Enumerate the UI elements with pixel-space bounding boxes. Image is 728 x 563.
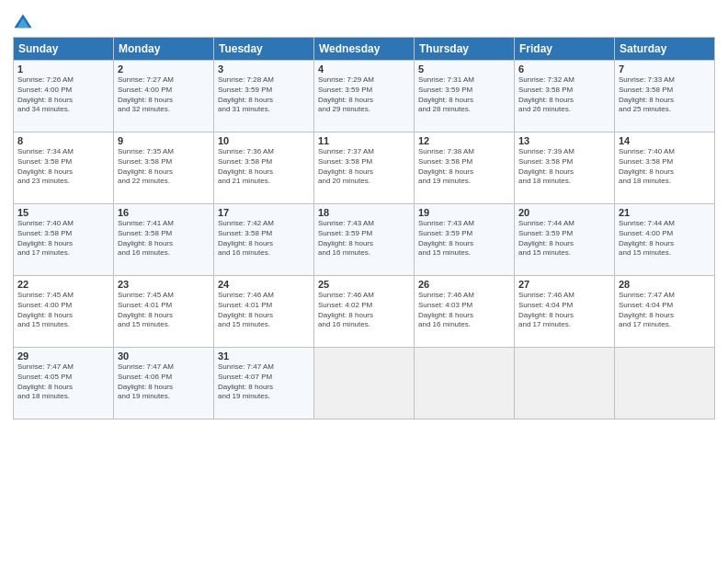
day-info: Sunrise: 7:34 AM Sunset: 3:58 PM Dayligh… bbox=[17, 147, 109, 187]
day-number: 29 bbox=[17, 350, 109, 362]
day-info: Sunrise: 7:46 AM Sunset: 4:04 PM Dayligh… bbox=[518, 291, 610, 330]
day-info: Sunrise: 7:28 AM Sunset: 3:59 PM Dayligh… bbox=[218, 75, 310, 115]
day-number: 16 bbox=[118, 207, 210, 218]
day-cell: 10Sunrise: 7:36 AM Sunset: 3:58 PM Dayli… bbox=[214, 132, 314, 204]
day-cell: 19Sunrise: 7:43 AM Sunset: 3:59 PM Dayli… bbox=[415, 204, 515, 276]
day-info: Sunrise: 7:39 AM Sunset: 3:58 PM Dayligh… bbox=[518, 147, 610, 187]
day-cell: 9Sunrise: 7:35 AM Sunset: 3:58 PM Daylig… bbox=[114, 132, 214, 204]
day-number: 11 bbox=[318, 135, 410, 146]
day-number: 30 bbox=[118, 350, 210, 362]
day-number: 22 bbox=[17, 279, 109, 290]
day-info: Sunrise: 7:47 AM Sunset: 4:04 PM Dayligh… bbox=[619, 291, 711, 330]
day-info: Sunrise: 7:41 AM Sunset: 3:58 PM Dayligh… bbox=[118, 219, 210, 259]
day-number: 3 bbox=[218, 63, 310, 75]
day-info: Sunrise: 7:46 AM Sunset: 4:02 PM Dayligh… bbox=[318, 291, 410, 330]
day-number: 21 bbox=[619, 207, 711, 218]
day-number: 19 bbox=[418, 207, 510, 218]
day-number: 13 bbox=[518, 135, 610, 146]
day-info: Sunrise: 7:31 AM Sunset: 3:59 PM Dayligh… bbox=[418, 75, 510, 115]
day-cell: 8Sunrise: 7:34 AM Sunset: 3:58 PM Daylig… bbox=[14, 132, 114, 204]
weekday-header-sunday: Sunday bbox=[14, 38, 114, 61]
day-number: 24 bbox=[218, 279, 310, 290]
day-info: Sunrise: 7:45 AM Sunset: 4:01 PM Dayligh… bbox=[118, 291, 210, 330]
calendar-container: SundayMondayTuesdayWednesdayThursdayFrid… bbox=[0, 0, 728, 427]
day-info: Sunrise: 7:40 AM Sunset: 3:58 PM Dayligh… bbox=[17, 219, 109, 259]
day-info: Sunrise: 7:40 AM Sunset: 3:58 PM Dayligh… bbox=[619, 147, 711, 187]
weekday-header-saturday: Saturday bbox=[615, 38, 715, 61]
day-cell: 22Sunrise: 7:45 AM Sunset: 4:00 PM Dayli… bbox=[14, 276, 114, 348]
day-info: Sunrise: 7:45 AM Sunset: 4:00 PM Dayligh… bbox=[17, 291, 109, 330]
day-info: Sunrise: 7:33 AM Sunset: 3:58 PM Dayligh… bbox=[619, 75, 711, 115]
day-number: 8 bbox=[17, 135, 109, 146]
day-cell: 2Sunrise: 7:27 AM Sunset: 4:00 PM Daylig… bbox=[114, 61, 214, 132]
day-number: 23 bbox=[118, 279, 210, 290]
weekday-header-tuesday: Tuesday bbox=[214, 38, 314, 61]
day-cell: 20Sunrise: 7:44 AM Sunset: 3:59 PM Dayli… bbox=[515, 204, 615, 276]
day-info: Sunrise: 7:32 AM Sunset: 3:58 PM Dayligh… bbox=[518, 75, 610, 115]
logo bbox=[13, 13, 36, 33]
day-cell: 6Sunrise: 7:32 AM Sunset: 3:58 PM Daylig… bbox=[515, 61, 615, 132]
day-number: 5 bbox=[418, 63, 510, 75]
day-cell: 27Sunrise: 7:46 AM Sunset: 4:04 PM Dayli… bbox=[515, 276, 615, 348]
day-info: Sunrise: 7:35 AM Sunset: 3:58 PM Dayligh… bbox=[118, 147, 210, 187]
day-cell: 17Sunrise: 7:42 AM Sunset: 3:58 PM Dayli… bbox=[214, 204, 314, 276]
day-cell: 16Sunrise: 7:41 AM Sunset: 3:58 PM Dayli… bbox=[114, 204, 214, 276]
header-row bbox=[13, 9, 715, 33]
day-info: Sunrise: 7:46 AM Sunset: 4:01 PM Dayligh… bbox=[218, 291, 310, 330]
day-number: 1 bbox=[17, 63, 109, 75]
day-info: Sunrise: 7:44 AM Sunset: 3:59 PM Dayligh… bbox=[518, 219, 610, 259]
day-info: Sunrise: 7:37 AM Sunset: 3:58 PM Dayligh… bbox=[318, 147, 410, 187]
day-number: 4 bbox=[318, 63, 410, 75]
logo-icon bbox=[13, 13, 33, 33]
day-number: 2 bbox=[118, 63, 210, 75]
day-number: 15 bbox=[17, 207, 109, 218]
day-number: 14 bbox=[619, 135, 711, 146]
day-info: Sunrise: 7:46 AM Sunset: 4:03 PM Dayligh… bbox=[418, 291, 510, 330]
week-row-5: 29Sunrise: 7:47 AM Sunset: 4:05 PM Dayli… bbox=[14, 348, 715, 419]
weekday-header-wednesday: Wednesday bbox=[314, 38, 415, 61]
weekday-header-row: SundayMondayTuesdayWednesdayThursdayFrid… bbox=[14, 38, 715, 61]
day-cell: 31Sunrise: 7:47 AM Sunset: 4:07 PM Dayli… bbox=[214, 348, 314, 419]
day-cell: 7Sunrise: 7:33 AM Sunset: 3:58 PM Daylig… bbox=[615, 61, 715, 132]
day-number: 18 bbox=[318, 207, 410, 218]
day-cell: 29Sunrise: 7:47 AM Sunset: 4:05 PM Dayli… bbox=[14, 348, 114, 419]
day-info: Sunrise: 7:44 AM Sunset: 4:00 PM Dayligh… bbox=[619, 219, 711, 259]
day-cell: 26Sunrise: 7:46 AM Sunset: 4:03 PM Dayli… bbox=[415, 276, 515, 348]
day-cell bbox=[615, 348, 715, 419]
day-info: Sunrise: 7:47 AM Sunset: 4:07 PM Dayligh… bbox=[218, 362, 310, 402]
day-cell: 15Sunrise: 7:40 AM Sunset: 3:58 PM Dayli… bbox=[14, 204, 114, 276]
day-cell: 14Sunrise: 7:40 AM Sunset: 3:58 PM Dayli… bbox=[615, 132, 715, 204]
day-number: 26 bbox=[418, 279, 510, 290]
day-info: Sunrise: 7:27 AM Sunset: 4:00 PM Dayligh… bbox=[118, 75, 210, 115]
day-cell: 5Sunrise: 7:31 AM Sunset: 3:59 PM Daylig… bbox=[415, 61, 515, 132]
day-info: Sunrise: 7:36 AM Sunset: 3:58 PM Dayligh… bbox=[218, 147, 310, 187]
day-number: 10 bbox=[218, 135, 310, 146]
day-number: 9 bbox=[118, 135, 210, 146]
day-info: Sunrise: 7:26 AM Sunset: 4:00 PM Dayligh… bbox=[17, 75, 109, 115]
day-cell bbox=[515, 348, 615, 419]
day-cell: 3Sunrise: 7:28 AM Sunset: 3:59 PM Daylig… bbox=[214, 61, 314, 132]
day-info: Sunrise: 7:29 AM Sunset: 3:59 PM Dayligh… bbox=[318, 75, 410, 115]
day-info: Sunrise: 7:43 AM Sunset: 3:59 PM Dayligh… bbox=[318, 219, 410, 259]
day-cell bbox=[415, 348, 515, 419]
day-number: 17 bbox=[218, 207, 310, 218]
day-cell: 28Sunrise: 7:47 AM Sunset: 4:04 PM Dayli… bbox=[615, 276, 715, 348]
weekday-header-friday: Friday bbox=[515, 38, 615, 61]
day-number: 20 bbox=[518, 207, 610, 218]
day-info: Sunrise: 7:42 AM Sunset: 3:58 PM Dayligh… bbox=[218, 219, 310, 259]
day-number: 28 bbox=[619, 279, 711, 290]
day-number: 12 bbox=[418, 135, 510, 146]
weekday-header-monday: Monday bbox=[114, 38, 214, 61]
day-cell: 13Sunrise: 7:39 AM Sunset: 3:58 PM Dayli… bbox=[515, 132, 615, 204]
day-info: Sunrise: 7:47 AM Sunset: 4:06 PM Dayligh… bbox=[118, 362, 210, 402]
calendar-table: SundayMondayTuesdayWednesdayThursdayFrid… bbox=[13, 37, 715, 419]
week-row-4: 22Sunrise: 7:45 AM Sunset: 4:00 PM Dayli… bbox=[14, 276, 715, 348]
day-cell: 25Sunrise: 7:46 AM Sunset: 4:02 PM Dayli… bbox=[314, 276, 415, 348]
day-number: 25 bbox=[318, 279, 410, 290]
week-row-3: 15Sunrise: 7:40 AM Sunset: 3:58 PM Dayli… bbox=[14, 204, 715, 276]
day-cell: 18Sunrise: 7:43 AM Sunset: 3:59 PM Dayli… bbox=[314, 204, 415, 276]
weekday-header-thursday: Thursday bbox=[415, 38, 515, 61]
day-cell: 1Sunrise: 7:26 AM Sunset: 4:00 PM Daylig… bbox=[14, 61, 114, 132]
day-info: Sunrise: 7:38 AM Sunset: 3:58 PM Dayligh… bbox=[418, 147, 510, 187]
day-cell: 11Sunrise: 7:37 AM Sunset: 3:58 PM Dayli… bbox=[314, 132, 415, 204]
